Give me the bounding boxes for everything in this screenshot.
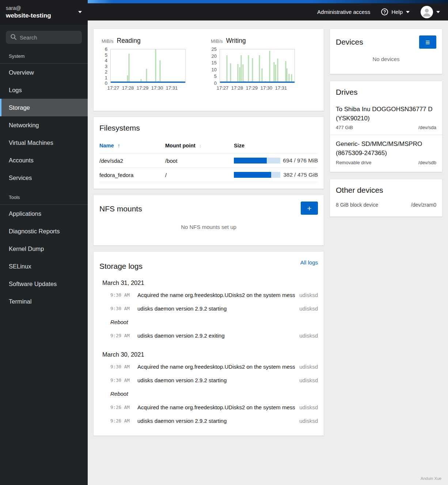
sidebar-item-services[interactable]: Services [0,169,88,187]
drives-card: Drives To Shiba Inu DOGGOHSN36777 D (YSK… [330,81,442,172]
sidebar-item-label: Networking [9,122,39,129]
column-header-name[interactable]: Name↑ [99,143,165,148]
writing-plot-area: 2520151050 [209,49,318,83]
admin-access-button[interactable]: Administrative access [317,9,370,15]
drive-path: /dev/sda [418,125,436,130]
writing-plot [220,49,295,83]
devices-menu-button[interactable]: ≡ [419,35,436,49]
help-menu[interactable]: ? Help [381,8,410,15]
nav-section-tools: Tools [0,192,88,205]
sidebar-item-software-updates[interactable]: Software Updates [0,275,88,293]
writing-chart: MiB/s Writing 2520151050 17:2717:2817:29… [209,37,318,104]
log-time: 9:26 AM [110,405,133,410]
sort-ascending-icon: ↑ [118,143,120,148]
sidebar-item-storage[interactable]: Storage [0,99,88,116]
page-content: MiB/s Reading 6543210 17:2717:2817:2917:… [88,20,448,448]
bars-icon: ≡ [425,38,430,46]
left-column: MiB/s Reading 6543210 17:2717:2817:2917:… [94,29,324,442]
log-row[interactable]: 9:26 AM udisks daemon version 2.9.2 star… [110,414,318,428]
masthead: Administrative access ? Help [88,3,448,20]
sidebar-item-overview[interactable]: Overview [0,64,88,81]
host-switcher[interactable]: sara@ website-testing [0,0,88,25]
log-group: March 30, 2021 9:30 AM Acquired the name… [99,351,318,428]
drive-path: /dev/sdb [418,160,436,165]
sidebar-item-label: Software Updates [9,281,57,287]
log-service: udisksd [299,332,318,339]
drives-title: Drives [336,88,436,97]
log-row[interactable]: 9:30 AM Acquired the name org.freedeskto… [110,360,318,373]
sidebar-item-accounts[interactable]: Accounts [0,151,88,169]
column-header-size: Size [234,143,318,148]
storage-logs-title: Storage logs [99,262,143,271]
avatar [421,6,433,18]
hostname-text: website-testing [6,12,51,20]
sidebar-nav: System Overview Logs Storage Networking … [0,45,88,310]
usage-progress-fill [234,158,267,163]
cockpit-app: sara@ website-testing System Overview Lo… [0,0,448,485]
sidebar-item-label: Terminal [9,298,31,305]
drive-item[interactable]: To Shiba Inu DOGGOHSN36777 D (YSK90210) … [336,100,436,135]
column-header-mount-label: Mount point [165,143,195,148]
sidebar-item-applications[interactable]: Applications [0,205,88,222]
log-row[interactable]: 9:26 AM Acquired the name org.freedeskto… [110,401,318,414]
log-reboot-divider: Reboot [110,387,318,401]
nfs-card-head: NFS mounts + [99,202,318,215]
add-nfs-button[interactable]: + [301,202,318,215]
writing-unit-label: MiB/s [211,38,223,44]
sidebar-item-networking[interactable]: Networking [0,116,88,134]
search-input[interactable] [6,31,82,44]
devices-card: Devices ≡ No devices [330,29,442,74]
watermark: Anduin Xue [421,476,441,481]
fs-size-cell: 694 / 976 MiB [234,157,318,164]
reading-chart: MiB/s Reading 6543210 17:2717:2817:2917:… [99,37,209,104]
user-menu[interactable] [421,6,440,18]
sidebar-search [6,31,82,44]
log-time: 9:30 AM [110,306,133,311]
log-service: udisksd [299,292,318,298]
sidebar-item-logs[interactable]: Logs [0,81,88,99]
log-row[interactable]: 9:29 AM udisks daemon version 2.9.2 exit… [110,329,318,342]
sidebar-item-kernel-dump[interactable]: Kernel Dump [0,240,88,257]
column-header-size-label: Size [234,143,244,148]
filesystems-table: Name↑ Mount point↕ Size /dev/sda2 /boot [99,140,318,182]
log-row[interactable]: 9:30 AM udisks daemon version 2.9.2 star… [110,302,318,315]
username-text: sara@ [6,4,51,12]
log-message: Acquired the name org.freedesktop.UDisks… [137,292,295,298]
sidebar-item-diagnostic-reports[interactable]: Diagnostic Reports [0,222,88,240]
main-area: Administrative access ? Help [88,0,448,485]
fs-mount: / [165,172,234,178]
admin-access-label: Administrative access [317,9,370,15]
all-logs-link[interactable]: All logs [300,259,318,266]
log-service: udisksd [299,364,318,370]
log-service: udisksd [299,418,318,424]
drive-meta: Removable drive /dev/sdb [336,160,436,165]
sidebar-item-terminal[interactable]: Terminal [0,293,88,310]
log-row[interactable]: 9:30 AM Acquired the name org.freedeskto… [110,288,318,302]
reading-x-axis: 17:2717:2817:2917:3017:31 [110,83,186,90]
host-switcher-text: sara@ website-testing [6,4,51,20]
writing-chart-head: MiB/s Writing [211,37,318,45]
reading-baseline [111,82,185,83]
sidebar-item-selinux[interactable]: SELinux [0,257,88,275]
filesystems-title: Filesystems [99,124,318,132]
log-time: 9:30 AM [110,292,133,298]
reading-y-axis: 6543210 [99,49,110,83]
log-row[interactable]: 9:30 AM udisks daemon version 2.9.2 star… [110,373,318,387]
log-time: 9:29 AM [110,333,133,338]
other-devices-card: Other devices 8 GiB block device /dev/zr… [330,179,442,217]
table-row[interactable]: /dev/sda2 /boot 694 / 976 MiB [99,153,318,168]
sidebar-item-label: Kernel Dump [9,245,44,252]
drive-item[interactable]: Generic- SD/MMC/MS/MSPRO (8675309-247365… [336,135,436,169]
other-devices-title: Other devices [336,186,436,195]
table-row[interactable]: fedora_fedora / 382 / 475 GiB [99,168,318,182]
column-header-mount-point[interactable]: Mount point↕ [165,143,234,148]
log-rows: 9:30 AM Acquired the name org.freedeskto… [99,288,318,342]
sort-icon: ↕ [199,143,202,148]
plus-icon: + [307,204,311,212]
other-device-item[interactable]: 8 GiB block device /dev/zram0 [336,202,436,209]
sidebar-item-virtual-machines[interactable]: Virtual Machines [0,134,88,151]
reading-chart-head: MiB/s Reading [102,37,209,45]
nfs-mounts-card: NFS mounts + No NFS mounts set up [94,195,324,245]
chevron-down-icon [78,11,82,13]
log-message: udisks daemon version 2.9.2 starting [137,418,295,424]
